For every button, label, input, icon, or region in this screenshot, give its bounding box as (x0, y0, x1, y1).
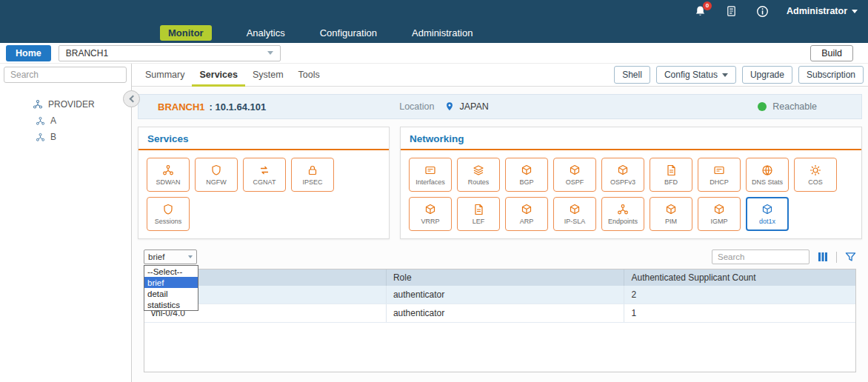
networking-panel-body: Interfaces Routes BGP OSPF (401, 150, 861, 238)
mode-dropdown: --Select-- brief detail statistics (144, 265, 198, 311)
device-name: BRANCH1 (158, 101, 205, 113)
table-controls-right (712, 249, 856, 264)
net-cos[interactable]: COS (794, 158, 837, 192)
config-status-label: Config Status (664, 70, 718, 80)
net-pim[interactable]: PIM (650, 197, 692, 231)
services-panel-title: Services (138, 127, 389, 150)
net-igmp[interactable]: IGMP (698, 197, 741, 231)
appliance-select-value: BRANCH1 (66, 48, 108, 58)
shell-button[interactable]: Shell (614, 66, 650, 84)
sidebar: PROVIDER A B (0, 64, 132, 382)
net-ip-sla[interactable]: IP-SLA (553, 197, 596, 231)
table-row[interactable]: vni-0/4.0 authenticator 1 (144, 304, 855, 323)
net-ospfv3[interactable]: OSPFv3 (601, 158, 644, 192)
ngfw-icon (210, 164, 222, 176)
chevron-down-icon (188, 255, 193, 258)
main-pane: Summary Services System Tools Shell Conf… (132, 64, 868, 382)
dropdown-option-brief[interactable]: brief (144, 277, 198, 288)
net-dns-stats[interactable]: DNS Stats (746, 158, 789, 192)
net-vrrp[interactable]: VRRP (409, 197, 452, 231)
service-cgnat[interactable]: CGNAT (243, 158, 286, 192)
content-area: PROVIDER A B Summary Services (0, 64, 868, 382)
nav-tab-analytics[interactable]: Analytics (247, 27, 285, 38)
chevron-down-icon (267, 51, 273, 55)
endpoints-icon (617, 204, 629, 215)
sidebar-collapse-button[interactable] (123, 90, 140, 107)
config-status-button[interactable]: Config Status (656, 66, 736, 84)
arp-icon (521, 204, 533, 215)
report-icon[interactable] (724, 4, 738, 18)
tree-item-provider[interactable]: PROVIDER (0, 96, 131, 113)
col-auth-supplicant-count[interactable]: Authenticated Supplicant Count (624, 269, 855, 286)
hierarchy-icon (33, 99, 43, 110)
divider (836, 252, 837, 263)
dropdown-option-statistics[interactable]: statistics (144, 299, 198, 310)
columns-icon[interactable] (818, 252, 828, 262)
tree-item-a[interactable]: A (0, 113, 131, 129)
sidebar-search-input[interactable] (4, 67, 127, 83)
subscription-button[interactable]: Subscription (798, 66, 864, 84)
filter-funnel-icon[interactable] (845, 252, 856, 262)
mode-select-value: brief (148, 252, 164, 261)
subnav: Summary Services System Tools Shell Conf… (132, 64, 868, 87)
top-bar: 0 Administrator (0, 0, 868, 22)
sessions-icon (162, 204, 174, 215)
col-role[interactable]: Role (386, 269, 624, 286)
net-dhcp[interactable]: DHCP (698, 158, 741, 192)
sdwan-icon (162, 164, 174, 176)
chevron-down-icon (722, 73, 728, 77)
table-row[interactable]: authenticator 2 (144, 286, 855, 304)
tab-system[interactable]: System (245, 64, 291, 87)
bfd-icon (665, 164, 677, 176)
net-arp[interactable]: ARP (505, 197, 548, 231)
info-icon[interactable] (755, 4, 769, 18)
net-endpoints[interactable]: Endpoints (601, 197, 644, 231)
tree-item-b[interactable]: B (0, 129, 131, 145)
dot1x-icon (761, 204, 773, 215)
tab-services[interactable]: Services (192, 64, 244, 87)
toolbar-row: Home BRANCH1 Build (0, 43, 868, 64)
device-header: BRANCH1 : 10.1.64.101 Location JAPAN Rea… (138, 94, 862, 119)
net-interfaces[interactable]: Interfaces (409, 158, 452, 192)
user-menu[interactable]: Administrator (787, 6, 858, 16)
ip-sla-icon (569, 204, 581, 215)
chevron-down-icon (852, 10, 858, 13)
build-button[interactable]: Build (810, 45, 853, 61)
tab-tools[interactable]: Tools (291, 64, 327, 87)
net-bgp[interactable]: BGP (505, 158, 548, 192)
status-green-dot (758, 102, 767, 111)
ospf-icon (569, 164, 581, 176)
mode-select-box[interactable]: brief (144, 249, 197, 264)
service-ngfw[interactable]: NGFW (195, 158, 238, 192)
dropdown-option-detail[interactable]: detail (144, 288, 198, 299)
table-search-input[interactable] (712, 249, 809, 264)
notifications-bell-icon[interactable]: 0 (693, 4, 707, 18)
mode-select: brief --Select-- brief detail statistics (144, 249, 197, 264)
service-sessions[interactable]: Sessions (147, 197, 190, 231)
net-dot1x[interactable]: dot1x (746, 197, 789, 231)
service-sdwan[interactable]: SDWAN (147, 158, 190, 192)
appliance-select[interactable]: BRANCH1 (59, 45, 281, 61)
net-ospf[interactable]: OSPF (553, 158, 596, 192)
tab-summary[interactable]: Summary (138, 64, 192, 87)
nav-tab-monitor[interactable]: Monitor (160, 25, 212, 41)
net-routes[interactable]: Routes (457, 158, 500, 192)
net-bfd[interactable]: BFD (650, 158, 692, 192)
vrrp-icon (424, 204, 436, 215)
nav-tab-administration[interactable]: Administration (412, 27, 473, 38)
nav-tab-configuration[interactable]: Configuration (320, 27, 377, 38)
home-button[interactable]: Home (6, 45, 51, 61)
hierarchy-icon (36, 133, 45, 142)
upgrade-button[interactable]: Upgrade (742, 66, 792, 84)
status-label: Reachable (772, 101, 817, 112)
location-pin-icon (444, 101, 455, 112)
tree-item-label: B (50, 132, 56, 142)
cell-role: authenticator (386, 286, 624, 304)
reachability-status: Reachable (758, 101, 817, 112)
net-lef[interactable]: LEF (457, 197, 500, 231)
service-ipsec[interactable]: IPSEC (291, 158, 334, 192)
dropdown-option-select[interactable]: --Select-- (144, 266, 198, 277)
chevron-left-icon (129, 96, 136, 103)
user-label: Administrator (787, 6, 847, 16)
cos-icon (809, 164, 821, 176)
